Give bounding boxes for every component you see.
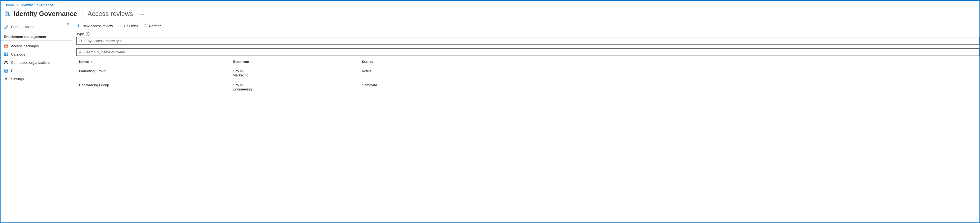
table-row[interactable]: Marketing Group Group Marketing Active [76, 66, 980, 80]
type-filter-label: Type i [76, 32, 980, 36]
gear-icon [4, 77, 8, 81]
sidebar-item-getting-started[interactable]: Getting started [0, 22, 72, 31]
plus-icon [76, 24, 81, 28]
svg-point-12 [6, 61, 7, 63]
page-header: Identity Governance | Access reviews ··· [0, 8, 980, 22]
sidebar-section-entitlement: Entitlement management [0, 31, 72, 41]
sidebar-item-label: Getting started [11, 25, 34, 29]
sort-icon: ↑↓ [90, 60, 94, 64]
svg-point-17 [5, 79, 6, 79]
table-row[interactable]: Engineering Group Group Engineering Comp… [76, 80, 980, 94]
cell-resource: Group Engineering [233, 83, 362, 91]
svg-line-27 [81, 52, 81, 53]
svg-rect-10 [7, 53, 8, 56]
cell-name: Engineering Group [79, 83, 233, 87]
main-content: New access review Columns Refresh Type i [72, 22, 980, 94]
column-header-resource[interactable]: Resource [233, 60, 362, 64]
type-filter-input[interactable] [76, 37, 980, 45]
title-divider: | [82, 10, 84, 18]
people-icon [4, 60, 8, 65]
column-header-status[interactable]: Status [362, 60, 977, 64]
svg-point-26 [79, 51, 81, 53]
search-input[interactable] [76, 48, 980, 56]
search-icon [78, 50, 82, 55]
collapse-sidebar-button[interactable]: « [67, 21, 69, 26]
refresh-icon [143, 24, 147, 28]
report-icon [4, 69, 8, 73]
rocket-icon [4, 24, 8, 29]
svg-line-5 [9, 16, 10, 16]
sidebar-item-catalogs[interactable]: Catalogs [0, 50, 72, 58]
column-header-name[interactable]: Name ↑↓ [79, 60, 233, 64]
sidebar-item-settings[interactable]: Settings [0, 75, 72, 83]
columns-icon [118, 24, 122, 28]
new-access-review-button[interactable]: New access review [76, 24, 113, 28]
svg-point-11 [5, 61, 6, 63]
sidebar-item-label: Settings [11, 77, 24, 81]
sidebar-item-label: Connected organizations [11, 61, 51, 65]
refresh-button[interactable]: Refresh [143, 24, 162, 28]
sidebar-item-label: Catalogs [11, 52, 25, 56]
page-subtitle: Access reviews [88, 10, 133, 18]
package-icon [4, 44, 8, 48]
more-actions-button[interactable]: ··· [138, 11, 145, 17]
svg-rect-9 [6, 53, 7, 56]
toolbar-label: Columns [124, 24, 138, 28]
catalog-icon [4, 52, 8, 56]
access-reviews-table: Name ↑↓ Resource Status Marketing Group … [76, 58, 980, 94]
page-title: Identity Governance [14, 10, 77, 18]
breadcrumb-identity-governance[interactable]: Identity Governance [21, 3, 53, 7]
svg-rect-8 [5, 53, 5, 56]
cell-status: Complete [362, 83, 977, 87]
toolbar-label: New access review [82, 24, 113, 28]
info-icon[interactable]: i [86, 32, 89, 36]
cell-name: Marketing Group [79, 69, 233, 73]
breadcrumb-separator: > [16, 3, 19, 7]
columns-button[interactable]: Columns [118, 24, 138, 28]
cell-resource: Group Marketing [233, 69, 362, 77]
table-header-row: Name ↑↓ Resource Status [76, 58, 980, 66]
identity-governance-icon [4, 10, 10, 17]
sidebar-item-connected-organizations[interactable]: Connected organizations [0, 58, 72, 67]
toolbar: New access review Columns Refresh [76, 22, 980, 32]
sidebar-item-access-packages[interactable]: Access packages [0, 42, 72, 50]
toolbar-label: Refresh [149, 24, 162, 28]
svg-point-6 [6, 26, 7, 26]
cell-status: Active [362, 69, 977, 73]
sidebar-item-reports[interactable]: Reports [0, 67, 72, 75]
breadcrumb-home[interactable]: Home [5, 3, 14, 7]
sidebar: « Getting started Entitlement management… [0, 22, 72, 94]
breadcrumb: Home > Identity Governance [0, 1, 980, 8]
sidebar-item-label: Access packages [11, 44, 39, 48]
sidebar-item-label: Reports [11, 69, 24, 73]
